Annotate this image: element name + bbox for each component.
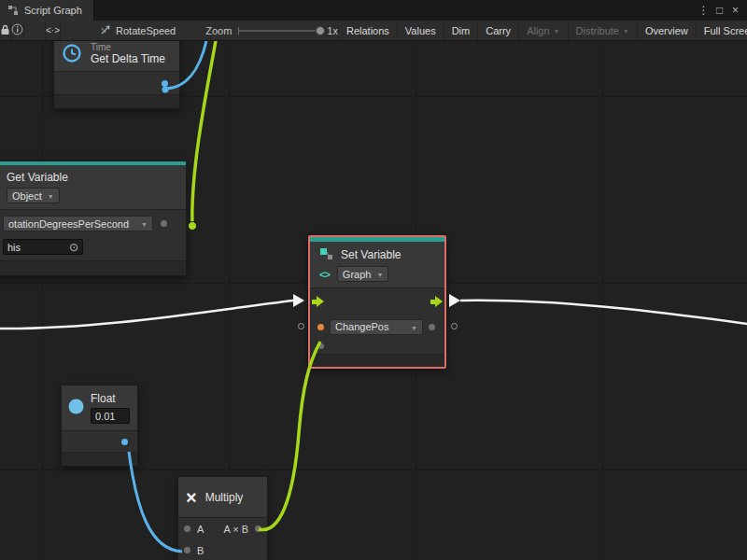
node-set-variable[interactable]: Set Variable <> Graph ▼ ChangePos ▼ [308,235,446,369]
wire-flow-left[interactable] [0,301,293,329]
variable-name-row: ChangePos ▼ [310,315,444,339]
node-title: Set Variable [341,248,401,261]
variable-scope-label: Graph [343,269,372,280]
flow-arrow-out[interactable] [449,294,460,307]
window-close-icon[interactable]: × [727,0,743,21]
multiply-icon: × [186,488,197,507]
unconnected-port-right[interactable] [451,323,458,329]
toolbar-button-overview-label: Overview [645,25,688,36]
value-port[interactable] [161,220,167,227]
toolbar-button-align[interactable]: Align ▼ [518,21,567,40]
node-multiply[interactable]: × Multiply A A × B B [177,476,268,560]
chevron-down-icon: ▼ [554,28,560,35]
node-header: Set Variable <> Graph ▼ [310,242,444,287]
tab-script-graph[interactable]: Script Graph [0,0,94,21]
node-get-delta-time[interactable]: Time Get Delta Time [53,41,180,109]
window-menu-icon[interactable]: ⋮ [696,0,712,21]
node-get-variable[interactable]: Get Variable Object ▼ otationDegreesPerS… [0,161,187,276]
toolbar-button-distribute-label: Distribute [576,25,619,36]
zoom-control: Zoom 1x [205,25,338,36]
flow-input-port[interactable] [312,296,324,307]
wire-flow-right[interactable] [460,301,747,324]
node-port-row [62,431,137,452]
input-port-a[interactable] [184,525,190,532]
info-icon [11,23,23,37]
variable-name-dropdown[interactable]: otationDegreesPerSecond ▼ [3,216,153,231]
toolbar-button-overview[interactable]: Overview [637,21,696,40]
window-maximize-icon[interactable]: □ [712,0,727,21]
tab-title: Script Graph [24,5,82,16]
variable-name-dropdown[interactable]: ChangePos ▼ [330,319,423,335]
toolbar-button-dim-label: Dim [452,25,471,36]
float-value-input[interactable]: 0.01 [91,408,130,424]
node-category: Time [91,42,165,52]
toolbar-buttons: Relations Values Dim Carry Align ▼ Distr… [338,21,747,40]
node-port-row [54,72,179,94]
value-output-port[interactable] [429,324,435,330]
input-port-b[interactable] [184,547,190,553]
wire-value-green-top[interactable] [192,41,216,225]
toolbar-button-distribute[interactable]: Distribute ▼ [568,21,637,40]
target-object-label: his [7,242,21,253]
info-button[interactable] [11,21,24,40]
wire-value-blue-bottom[interactable] [129,452,182,552]
value-input-port[interactable] [317,324,324,330]
graph-canvas[interactable]: Time Get Delta Time Get Variable Object … [0,41,747,560]
graph-asset-icon [100,24,111,37]
toolbar-button-dim[interactable]: Dim [444,21,478,40]
toolbar-button-values-label: Values [405,25,436,36]
graph-toolbar: <·> RotateSpeed Zoom 1x Relations Values… [0,21,747,41]
zoom-slider-tick [238,27,239,35]
toolbar-button-align-label: Align [527,25,549,36]
toolbar-button-carry[interactable]: Carry [477,21,518,40]
toolbar-button-relations[interactable]: Relations [338,21,397,40]
toolbar-button-carry-label: Carry [486,25,511,36]
object-picker-icon[interactable]: ⊙ [69,242,78,253]
float-icon [68,399,84,416]
port-row-b: B [178,539,267,560]
toolbar-button-fullscreen-label: Full Screen [704,25,747,36]
node-float[interactable]: Float 0.01 [61,385,138,467]
lock-button[interactable] [0,21,11,40]
variable-name-label: ChangePos [335,321,389,332]
clock-icon [62,43,82,65]
flow-arrow-in[interactable] [293,294,304,307]
variable-scope-dropdown[interactable]: Object ▼ [7,188,60,203]
inspect-button[interactable]: <·> [45,21,61,40]
input-a-label: A [197,524,204,535]
window-controls: ⋮ □ × [696,0,747,21]
node-title: Get Variable [7,171,178,184]
unconnected-port-left[interactable] [298,323,304,329]
script-graph-icon [7,5,19,16]
node-footer [62,452,137,466]
node-header: Time Get Delta Time [54,41,179,71]
input-b-label: B [197,545,204,556]
port-get-variable-output[interactable] [189,222,197,231]
variable-scope-dropdown[interactable]: Graph ▼ [337,266,389,282]
toolbar-button-values[interactable]: Values [397,21,444,40]
variable-scope-label: Object [12,190,42,202]
tab-bar: Script Graph ⋮ □ × [0,0,747,21]
flow-output-port[interactable] [430,296,443,307]
value-input-port-2[interactable] [318,343,324,349]
variable-icon [319,247,333,262]
node-title: Multiply [205,491,244,504]
zoom-slider-handle[interactable] [316,26,325,35]
output-label: A × B [223,524,248,535]
chevron-down-icon: ▼ [48,193,54,200]
node-footer [310,354,444,367]
chevron-down-icon: ▼ [376,272,383,278]
output-port[interactable] [121,439,128,445]
lock-icon [0,24,10,37]
target-object-field[interactable]: his ⊙ [3,239,83,255]
chevron-down-icon: ▼ [623,28,629,35]
zoom-slider[interactable] [238,30,320,32]
node-footer [0,260,186,275]
output-port[interactable] [162,80,168,87]
node-header: Get Variable Object ▼ [0,165,186,209]
toolbar-button-fullscreen[interactable]: Full Screen [696,21,747,40]
output-port[interactable] [255,525,261,532]
graph-asset[interactable]: RotateSpeed [100,24,176,37]
variable-name-row: otationDegreesPerSecond ▼ [0,210,186,237]
graph-scope-icon: <> [319,269,330,280]
